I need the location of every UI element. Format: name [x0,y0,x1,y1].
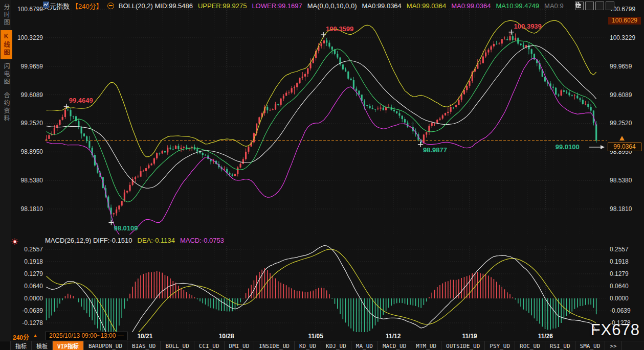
overlay-lines [47,20,596,237]
toolbar-item-kdud[interactable]: KD_UD [295,341,321,350]
toolbar-item-指标[interactable]: 指标 [11,341,32,350]
indicator-value-6: MA0:99.0364 [451,2,491,10]
toolbar-item-barupdnud[interactable]: BARUPDN_UD [84,341,127,350]
toolbar-item-macdud[interactable]: MACD_UD [378,341,411,350]
macd-tick-left: -0.0639 [14,307,43,314]
price-tick-right: 98.1810 [610,205,638,213]
price-tick-left: 99.6089 [14,91,43,99]
toolbar-item-rocud[interactable]: ROC_UD [515,341,545,350]
macd-tick-left: 0.1918 [14,258,43,265]
indicator-value-2: LOWER:99.1697 [252,2,302,10]
indicator-value-3: MA(0,0,0,10,0,0) [307,2,357,10]
date-label-0: 10/21 [133,333,157,340]
date-label-3: 11/12 [382,333,405,340]
sidebar-item-0[interactable]: 分时图 [1,1,12,29]
macd-tick-left: 0.2557 [14,246,43,253]
macd-tick-left: 0.0640 [14,283,43,290]
macd-tick-right: 0.0000 [610,295,638,302]
period-label-top: 【240分】 [72,1,103,11]
svg-text:100.3939: 100.3939 [514,22,542,30]
price-tick-left: 99.9659 [14,63,43,70]
macd-value-1: DEA:-0.1134 [138,237,175,244]
price-tick-left: 98.1810 [14,205,43,213]
toolbar-item-mtmud[interactable]: MTM_UD [411,341,441,350]
sidebar-item-1[interactable]: K线图 [1,30,12,59]
price-tick-right: 100.3229 [610,34,638,41]
toolbar-item-smaud[interactable]: SMA_UD [575,341,606,350]
sidebar: 分时图K线图闪电图合约资料 [0,0,11,341]
toolbar-item-dmiud[interactable]: DMI_UD [225,341,255,350]
toolbar-item-insideud[interactable]: INSIDE_UD [254,341,295,350]
time-axis-row: 240分 ▲ 2025/10/13 09:00~13:00 — 10/2110/… [0,332,644,341]
price-tick-left: 99.2520 [14,120,43,127]
price-tick-right: 99.9659 [610,63,638,70]
toolbar-item->>[interactable]: >> [605,341,621,350]
date-label-2: 11/05 [304,333,327,340]
price-tick-left: 98.5380 [14,177,43,184]
svg-text:99.4649: 99.4649 [69,97,93,104]
period-selector[interactable]: 240分 [13,333,29,341]
macd-tick-left: -0.1278 [14,319,43,326]
axis-zoom-left-icon[interactable] [585,2,594,10]
toolbar-corner [0,341,11,350]
macd-value-2: MACD:-0.0753 [180,237,224,244]
toolbar-item-outsideud[interactable]: OUTSIDE_UD [441,341,485,350]
toolbar-item-bollud[interactable]: BOLL_UD [161,341,194,350]
date-label-5: 11/26 [534,333,557,340]
indicator-header: 美元指数 【240分】 BOLL(20,2) MID:99.5486UPPER:… [43,2,564,10]
toolbar-item-cciud[interactable]: CCI_UD [194,341,225,350]
current-price-badge: 99.0364 [608,143,641,151]
macd-indicator-header: MACD(26,12,9) DIFF:-0.1510DEA:-0.1134MAC… [45,237,224,244]
indicator-values: BOLL(20,2) MID:99.5486UPPER:99.9275LOWER… [119,2,564,10]
mini-chart-icon [43,2,49,8]
chart-canvas: 99.464998.0109100.359998.9877100.393999.… [0,0,644,350]
indicator-value-8: MA0:9 [544,2,564,10]
svg-text:98.9877: 98.9877 [423,146,447,154]
price-up-arrow-icon [619,136,625,141]
indicator-value-4: MA0:99.0364 [362,2,401,10]
session-high-badge: 100.6029 [608,17,641,25]
period-up-icon[interactable]: ▲ [33,333,38,338]
macd-tick-left: 0.1279 [14,270,43,277]
toolbar-item-psyud[interactable]: PSY_UD [485,341,515,350]
grid [45,6,607,331]
indicator-value-1: UPPER:99.9275 [198,2,247,10]
toolbar-item-biasud[interactable]: BIAS_UD [127,341,161,350]
macd-tick-right: 0.0640 [610,283,638,290]
date-label-4: 11/19 [458,333,481,340]
trading-app-window: 99.464998.0109100.359998.9877100.393999.… [0,0,644,350]
collapse-icon[interactable] [107,3,114,9]
toolbar-item-maud[interactable]: MA_UD [351,341,378,350]
svg-text:99.0100: 99.0100 [556,143,580,151]
price-tick-right: 98.5380 [610,177,638,184]
brand-watermark: FX678 [591,321,640,339]
price-tick-left: 98.8950 [14,148,43,155]
sidebar-item-3[interactable]: 合约资料 [1,89,12,125]
toolbar-item-vip指标[interactable]: VIP指标 [53,341,84,350]
date-label-1: 10/28 [215,333,238,340]
price-tick-left: 100.6799 [14,6,43,13]
price-tick-right: 99.6089 [610,91,638,99]
toolbar-item-kdjud[interactable]: KDJ_UD [321,341,351,350]
axis-zoom-right-icon[interactable] [595,2,604,10]
indicator-value-7: MA10:99.4749 [496,2,540,10]
candles [46,32,597,223]
svg-text:98.0109: 98.0109 [114,224,138,232]
toolbar-item-模板[interactable]: 模板 [32,341,53,350]
macd-value-0: MACD(26,12,9) DIFF:-0.1510 [45,237,132,244]
svg-text:100.3599: 100.3599 [326,25,353,33]
pan-right-icon[interactable] [606,2,614,10]
macd-tick-right: 0.2557 [610,246,638,253]
price-tick-left: 100.3229 [14,34,43,41]
macd-tick-right: 0.1918 [610,258,638,265]
first-bar-time-label: 2025/10/13 09:00~13:00 — [45,332,128,340]
indicator-value-0: BOLL(20,2) MID:99.5486 [119,2,193,10]
indicator-value-5: MA0:99.0364 [407,2,446,10]
toolbar-item-rsiud[interactable]: RSI_UD [545,341,575,350]
macd-tick-right: 0.1279 [610,270,638,277]
bottom-toolbar: 指标模板VIP指标BARUPDN_UDBIAS_UDBOLL_UDCCI_UDD… [0,341,644,350]
sidebar-item-2[interactable]: 闪电图 [1,60,12,88]
macd-tick-right: -0.0639 [610,307,638,314]
chart-toolbuttons [575,2,614,10]
macd-tick-left: 0.0000 [14,295,43,302]
